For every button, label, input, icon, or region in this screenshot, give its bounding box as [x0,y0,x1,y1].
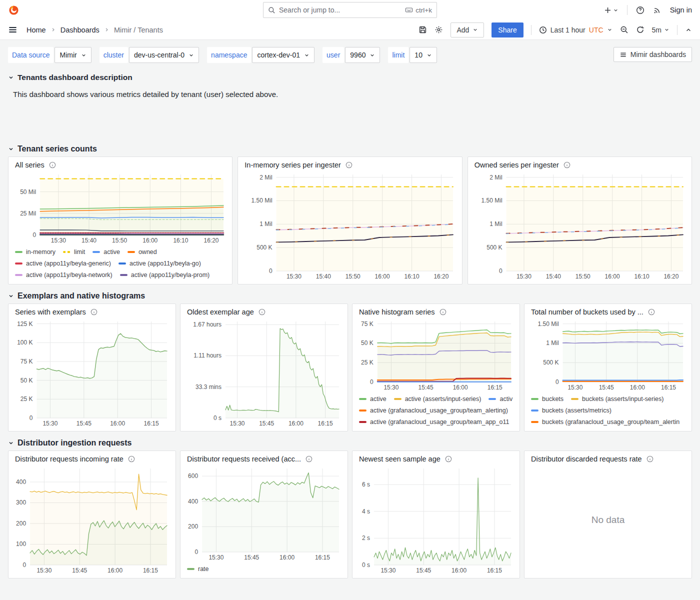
legend-item[interactable]: active (grafanacloud_usage_group/team_al… [359,407,508,414]
panel-info-icon[interactable] [648,308,655,316]
chart-canvas[interactable]: 0 s2 s4 s6 s15:3015:4516:0016:15 [358,464,514,575]
legend-item[interactable]: active (appo11y/beyla-generic) [15,260,111,267]
panel-title[interactable]: Series with exemplars [15,308,86,316]
svg-text:15:30: 15:30 [42,420,58,427]
panel-title[interactable]: Total number of buckets used by ... [531,308,644,316]
legend-item[interactable]: active (appo11y/beyla-prom) [120,272,210,278]
chart-canvas[interactable]: 0500 K1 Mil1.50 Mil15:3015:4516:0016:15 [530,318,686,392]
chart-canvas[interactable]: 025 K50 K75 K15:3015:4516:0016:15 [358,318,514,392]
menu-icon[interactable] [8,25,18,34]
panel-title[interactable]: In-memory series per ingester [244,161,341,169]
shortcut-hint: ctrl+k [405,6,432,14]
save-dashboard-icon[interactable] [418,26,427,34]
panel-info-icon[interactable] [346,162,352,168]
svg-text:0: 0 [30,414,33,422]
panel-info-icon[interactable] [564,162,570,168]
section-header-exemplars-and-native-histograms[interactable]: Exemplars and native histograms [8,292,692,300]
panel-title[interactable]: All series [15,161,44,169]
legend-series-marker [359,421,366,423]
chevron-right-icon [104,27,110,32]
legend-item[interactable]: active (grafanacloud_usage_group/team_ap… [359,418,509,426]
panel-title[interactable]: Distributor requests received (acc... [187,455,301,463]
legend-item[interactable]: activ [488,396,512,402]
variable-limit: limit10 [388,47,436,63]
chevron-down-icon [664,27,670,32]
divider [531,25,532,35]
variable-label: Data source [8,47,54,63]
svg-text:0: 0 [499,268,502,274]
panel-info-icon[interactable] [258,308,266,316]
legend-item[interactable]: owned [128,248,157,256]
chevron-down-icon [8,293,14,299]
refresh-icon[interactable] [636,26,644,34]
svg-text:16:10: 16:10 [634,273,649,280]
variable-value-dropdown[interactable]: dev-us-central-0 [129,47,199,63]
sign-in-link[interactable]: Sign in [670,6,692,14]
breadcrumb-dashboards[interactable]: Dashboards [60,26,100,34]
panel-title[interactable]: Owned series per ingester [474,161,559,169]
panel-row: All series025 Mil50 Mil15:3015:4015:5016… [8,156,692,284]
variable-value-dropdown[interactable]: 10 [410,47,437,63]
variable-value-dropdown[interactable]: 9960 [345,47,380,63]
help-icon[interactable] [636,6,644,14]
panel-info-icon[interactable] [440,308,446,316]
mimir-dashboards-button[interactable]: Mimir dashboards [614,47,692,62]
chart-canvas[interactable]: 0500 K1 Mil1.50 Mil2 Mil15:3015:4015:501… [474,170,686,281]
panel-info-icon[interactable] [306,456,312,462]
no-data-message: No data [530,464,686,575]
svg-text:1.50 Mil: 1.50 Mil [252,197,272,204]
chart-canvas[interactable]: 020040060015:3015:4516:0016:15 [186,464,342,562]
news-icon[interactable] [653,6,662,14]
legend-item[interactable]: buckets (asserts/input-series) [571,396,664,402]
row-header-description[interactable]: Tenants dashboard description [8,73,692,82]
svg-text:15:45: 15:45 [72,567,87,574]
legend-item[interactable]: active (asserts/input-series) [394,396,482,402]
breadcrumb-current: Mimir / Tenants [114,26,163,34]
panel-title[interactable]: Distributor discarded requests rate [531,455,642,463]
variable-value-dropdown[interactable]: Mimir [54,47,91,63]
legend-item[interactable]: limit [63,248,85,256]
add-new-button[interactable] [604,6,618,14]
panel-title[interactable]: Newest seen sample age [359,455,440,463]
add-panel-button[interactable]: Add [450,22,484,38]
chart-canvas[interactable]: 025 Mil50 Mil15:3015:4015:5016:0016:1016… [14,170,226,245]
dashboard-settings-icon[interactable] [434,26,443,34]
legend-item[interactable]: rate [187,566,209,572]
chevron-down-icon [8,74,14,80]
panel-info-icon[interactable] [128,456,135,462]
section-header-distributor-ingestion-requests[interactable]: Distributor ingestion requests [8,438,692,448]
panel-title[interactable]: Native histogram series [359,308,435,316]
search-input[interactable] [279,6,405,14]
svg-text:50 K: 50 K [361,340,374,346]
legend-item[interactable]: buckets (grafanacloud_usage_group/team_a… [531,418,680,426]
legend-item[interactable]: buckets [531,396,564,402]
panel-info-icon[interactable] [90,308,98,316]
panel-info-icon[interactable] [49,162,56,168]
refresh-interval-picker[interactable]: 5m [652,26,670,34]
variable-value-dropdown[interactable]: cortex-dev-01 [252,47,314,63]
legend-item[interactable]: active [359,396,386,402]
section-header-tenant-series-counts[interactable]: Tenant series counts [8,144,692,154]
share-button[interactable]: Share [492,22,523,38]
panel-title[interactable]: Oldest exemplar age [187,308,254,316]
legend-item[interactable]: buckets (asserts/metrics) [531,407,612,414]
breadcrumb-home[interactable]: Home [26,26,46,34]
chart-canvas[interactable]: 010020030040015:3015:4516:0016:15 [14,464,170,575]
legend-item[interactable]: active (appo11y/beyla-network) [15,272,112,278]
breadcrumb: Home Dashboards Mimir / Tenants [26,26,163,34]
chart-canvas[interactable]: 0 s33.3 mins1.11 hours1.67 hours15:3015:… [186,318,342,428]
chart-canvas[interactable]: 025 K50 K75 K100 K125 K15:3015:4516:0016… [14,318,170,428]
time-range-picker[interactable]: Last 1 hour UTC [539,26,612,34]
panel-title[interactable]: Distributor requests incoming rate [15,455,124,463]
zoom-out-icon[interactable] [620,26,628,34]
search-bar[interactable]: ctrl+k [263,2,437,18]
legend-item[interactable]: active [92,248,120,256]
legend-item[interactable]: in-memory [15,248,56,256]
collapse-toolbar-icon[interactable] [685,26,692,34]
chart-canvas[interactable]: 0500 K1 Mil1.50 Mil2 Mil15:3015:4015:501… [244,170,456,281]
panel-info-icon[interactable] [646,456,654,462]
panel-info-icon[interactable] [445,456,452,462]
grafana-logo[interactable] [8,4,20,16]
legend-item[interactable]: active (appo11y/beyla-go) [118,260,201,267]
svg-text:0: 0 [33,232,36,238]
